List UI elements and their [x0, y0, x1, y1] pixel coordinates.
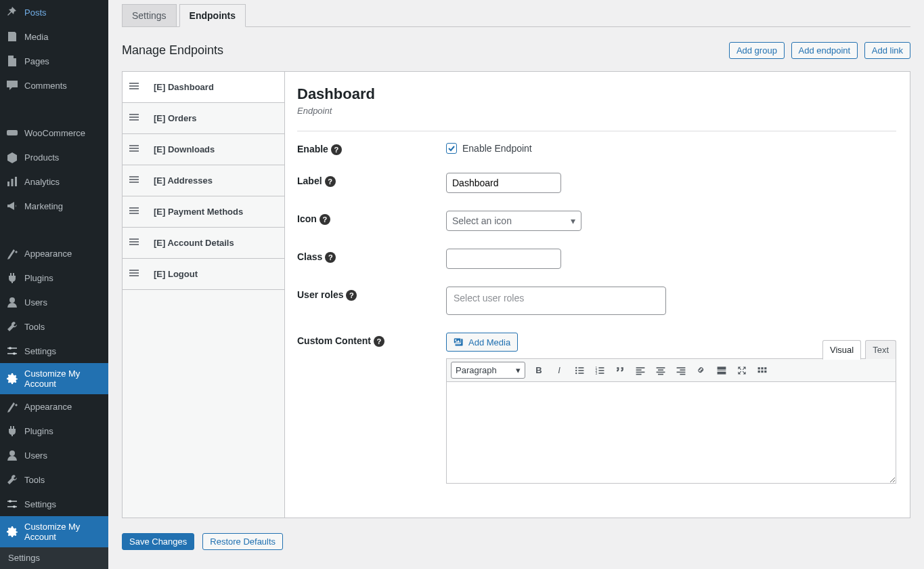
sidebar-item-users[interactable]: Users [0, 290, 108, 314]
endpoint-row-label: [E] Addresses [154, 175, 213, 186]
toolbar-toggle-button[interactable] [755, 364, 769, 377]
class-input[interactable] [446, 249, 561, 269]
sidebar-item-customize-my-account[interactable]: Customize My Account [0, 363, 108, 394]
italic-button[interactable]: I [552, 364, 566, 377]
drag-handle-icon[interactable] [129, 175, 141, 186]
drag-handle-icon[interactable] [129, 206, 141, 217]
bullet-list-button[interactable] [573, 364, 586, 377]
svg-rect-33 [129, 272, 139, 274]
label-field-label: Label [297, 175, 322, 186]
sidebar-item-appearance[interactable]: Appearance [0, 394, 108, 419]
restore-button[interactable]: Restore Defaults [202, 533, 283, 550]
svg-rect-64 [764, 367, 766, 369]
endpoint-row[interactable]: [E] Dashboard [123, 72, 284, 103]
products-icon [5, 150, 19, 164]
editor-tab-text[interactable]: Text [865, 340, 896, 359]
tab-endpoints[interactable]: Endpoints [179, 4, 246, 27]
drag-handle-icon[interactable] [129, 81, 141, 93]
settings-icon [5, 344, 19, 358]
chevron-down-icon: ▾ [516, 365, 521, 375]
link-button[interactable] [695, 364, 708, 377]
endpoint-row[interactable]: [E] Payment Methods [123, 196, 284, 228]
quote-button[interactable] [613, 364, 627, 377]
sidebar-item-label: Appearance [24, 249, 72, 259]
sidebar-item-tools[interactable]: Tools [0, 467, 108, 492]
sidebar-item-marketing[interactable]: Marketing [0, 194, 108, 218]
plugins-icon [5, 424, 19, 438]
content-editor[interactable] [446, 382, 896, 484]
sidebar-item-posts[interactable]: Posts [0, 0, 108, 24]
add-group-button[interactable]: Add group [729, 42, 785, 59]
roles-select[interactable]: Select user roles [446, 287, 666, 315]
format-select[interactable]: Paragraph▾ [451, 362, 525, 379]
add-media-button[interactable]: Add Media [446, 333, 518, 352]
save-button[interactable]: Save Changes [122, 533, 194, 550]
tab-settings[interactable]: Settings [122, 4, 177, 26]
svg-rect-61 [718, 371, 726, 374]
help-icon[interactable]: ? [331, 144, 342, 155]
svg-rect-29 [129, 238, 139, 240]
align-right-button[interactable] [674, 364, 688, 377]
sidebar-item-label: Comments [24, 81, 67, 91]
fullscreen-button[interactable] [735, 364, 749, 377]
svg-rect-1 [7, 182, 9, 186]
endpoint-row[interactable]: [E] Account Details [123, 228, 284, 259]
editor-tab-visual[interactable]: Visual [822, 340, 861, 360]
sidebar-item-plugins[interactable]: Plugins [0, 266, 108, 290]
numbered-list-button[interactable]: 123 [593, 364, 607, 377]
enable-checkbox-label: Enable Endpoint [462, 143, 532, 154]
sidebar-item-appearance[interactable]: Appearance [0, 241, 108, 266]
align-left-button[interactable] [634, 364, 647, 377]
editor-toolbar: Paragraph▾ B I 123 [446, 358, 896, 382]
align-center-button[interactable] [654, 364, 667, 377]
help-icon[interactable]: ? [325, 252, 336, 263]
sidebar-item-label: Appearance [24, 402, 72, 412]
sidebar-item-settings[interactable]: Settings [0, 492, 108, 516]
sidebar-item-woocommerce[interactable]: WooCommerce [0, 121, 108, 145]
sidebar-item-plugins[interactable]: Plugins [0, 419, 108, 443]
sidebar-item-pages[interactable]: Pages [0, 49, 108, 73]
sidebar-item-media[interactable]: Media [0, 24, 108, 49]
sidebar-item-label: Marketing [24, 201, 63, 211]
endpoint-row[interactable]: [E] Orders [123, 103, 284, 134]
svg-rect-16 [129, 88, 139, 89]
help-icon[interactable]: ? [374, 336, 384, 347]
sidebar-item-tools[interactable]: Tools [0, 314, 108, 339]
sidebar-item-customize-my-account[interactable]: Customize My Account [0, 516, 108, 547]
sidebar-submenu-settings[interactable]: Settings [0, 547, 108, 568]
svg-rect-31 [129, 244, 139, 245]
svg-rect-60 [718, 370, 726, 371]
sidebar-item-label: Media [24, 32, 48, 42]
endpoint-row[interactable]: [E] Addresses [123, 165, 284, 196]
svg-rect-56 [680, 369, 685, 371]
label-input[interactable] [446, 173, 561, 193]
page-title: Manage Endpoints [122, 43, 223, 58]
endpoint-row-label: [E] Orders [154, 113, 197, 123]
help-icon[interactable]: ? [325, 176, 336, 187]
drag-handle-icon[interactable] [129, 144, 141, 155]
enable-checkbox[interactable] [446, 143, 457, 154]
drag-handle-icon[interactable] [129, 112, 141, 124]
icon-select[interactable]: Select an icon▾ [446, 211, 581, 231]
help-icon[interactable]: ? [320, 214, 330, 225]
svg-rect-42 [598, 367, 604, 368]
add-link-button[interactable]: Add link [864, 42, 910, 59]
endpoint-row-label: [E] Account Details [154, 238, 234, 248]
svg-text:3: 3 [596, 371, 598, 375]
endpoint-row[interactable]: [E] Downloads [123, 134, 284, 165]
sidebar-item-comments[interactable]: Comments [0, 73, 108, 98]
add-endpoint-button[interactable]: Add endpoint [791, 42, 858, 59]
drag-handle-icon[interactable] [129, 237, 141, 249]
bold-button[interactable]: B [532, 364, 546, 377]
help-icon[interactable]: ? [346, 290, 357, 301]
sidebar-item-users[interactable]: Users [0, 443, 108, 467]
drag-handle-icon[interactable] [129, 268, 141, 280]
svg-rect-32 [129, 270, 139, 271]
sidebar-item-settings[interactable]: Settings [0, 339, 108, 363]
woo-icon [5, 126, 19, 140]
sidebar-item-products[interactable]: Products [0, 145, 108, 169]
readmore-button[interactable] [715, 364, 728, 377]
endpoint-row[interactable]: [E] Logout [123, 259, 284, 290]
sidebar-item-analytics[interactable]: Analytics [0, 169, 108, 194]
svg-rect-34 [129, 275, 139, 276]
